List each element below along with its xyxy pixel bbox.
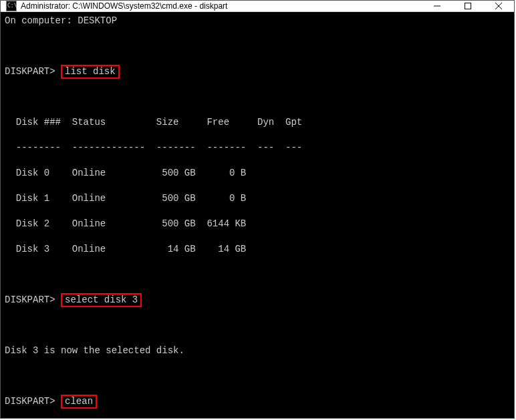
minimize-button[interactable]: [422, 1, 453, 11]
disk-row: Disk 2 Online 500 GB 6144 KB: [5, 218, 510, 230]
titlebar[interactable]: Administrator: C:\WINDOWS\system32\cmd.e…: [1, 1, 514, 12]
disk-row: Disk 0 Online 500 GB 0 B: [5, 167, 510, 180]
close-button[interactable]: [483, 1, 514, 11]
prompt: DISKPART>: [5, 396, 55, 407]
computer-label: On computer:: [5, 15, 72, 26]
cmd-list-disk: list disk: [61, 65, 120, 79]
cmd-icon: [6, 1, 17, 11]
disk-row: Disk 1 Online 500 GB 0 B: [5, 192, 510, 205]
cmd-select-disk: select disk 3: [61, 293, 142, 307]
svg-rect-0: [465, 3, 471, 9]
disk-row: Disk 3 Online 14 GB 14 GB: [5, 243, 510, 256]
computer-name: DESKTOP: [78, 15, 117, 26]
disk-table-header: Disk ### Status Size Free Dyn Gpt: [5, 116, 510, 129]
cmd-window: Administrator: C:\WINDOWS\system32\cmd.e…: [0, 0, 515, 419]
cmd-clean: clean: [61, 395, 97, 409]
terminal-output[interactable]: On computer: DESKTOP DISKPART> list disk…: [1, 12, 514, 418]
prompt: DISKPART>: [5, 294, 55, 305]
disk-table-divider: -------- ------------- ------- ------- -…: [5, 142, 510, 154]
maximize-button[interactable]: [453, 1, 483, 11]
resp-selected: Disk 3 is now the selected disk.: [5, 345, 510, 357]
window-title: Administrator: C:\WINDOWS\system32\cmd.e…: [21, 1, 422, 11]
prompt: DISKPART>: [5, 66, 55, 77]
